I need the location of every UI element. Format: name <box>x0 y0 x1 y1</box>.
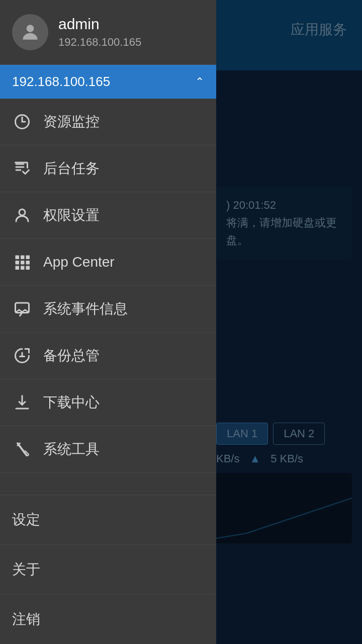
menu-label-background-tasks: 后台任务 <box>43 159 100 178</box>
menu-list: 资源监控 后台任务 权限设置 <box>0 99 216 495</box>
svg-rect-12 <box>16 266 20 270</box>
drawer-user-info: admin 192.168.100.165 <box>58 16 141 49</box>
menu-item-app-center[interactable]: App Center <box>0 239 216 286</box>
menu-label-app-center: App Center <box>43 254 115 270</box>
server-selector[interactable]: 192.168.100.165 ⌃ <box>0 65 216 99</box>
backup-icon <box>12 346 32 366</box>
menu-item-settings[interactable]: 设定 <box>0 495 216 545</box>
menu-item-backup[interactable]: 备份总管 <box>0 333 216 379</box>
svg-point-5 <box>19 209 25 215</box>
menu-item-system-tools[interactable]: 系统工具 <box>0 426 216 473</box>
menu-label-backup: 备份总管 <box>43 346 100 365</box>
menu-item-system-events[interactable]: 系统事件信息 <box>0 286 216 333</box>
drawer-username: admin <box>58 16 141 33</box>
menu-label-system-events: 系统事件信息 <box>43 299 128 318</box>
menu-item-about[interactable]: 关于 <box>0 545 216 595</box>
tools-icon <box>12 439 32 459</box>
tasks-icon <box>12 158 32 179</box>
drawer: admin 192.168.100.165 192.168.100.165 ⌃ … <box>0 0 216 644</box>
menu-label-download: 下载中心 <box>43 393 100 412</box>
svg-rect-10 <box>21 261 25 265</box>
svg-rect-14 <box>26 266 30 270</box>
server-selector-label: 192.168.100.165 <box>12 74 110 90</box>
svg-rect-11 <box>26 261 30 265</box>
menu-item-background-tasks[interactable]: 后台任务 <box>0 145 216 192</box>
svg-rect-7 <box>21 256 25 260</box>
menu-label-system-tools: 系统工具 <box>43 440 100 459</box>
svg-rect-13 <box>21 266 25 270</box>
message-icon <box>12 299 32 319</box>
clock-icon <box>12 112 32 132</box>
menu-item-permissions[interactable]: 权限设置 <box>0 192 216 239</box>
svg-point-0 <box>27 25 34 32</box>
apps-icon <box>12 252 32 272</box>
svg-rect-8 <box>26 256 30 260</box>
chevron-up-icon: ⌃ <box>195 75 204 89</box>
menu-item-logout[interactable]: 注销 <box>0 595 216 644</box>
avatar <box>12 14 48 50</box>
drawer-header: admin 192.168.100.165 <box>0 0 216 65</box>
svg-rect-9 <box>16 261 20 265</box>
user-icon <box>12 205 32 225</box>
menu-label-permissions: 权限设置 <box>43 206 100 225</box>
menu-item-resource-monitor[interactable]: 资源监控 <box>0 99 216 145</box>
menu-bottom: 设定 关于 注销 <box>0 495 216 644</box>
drawer-ip: 192.168.100.165 <box>58 36 141 49</box>
svg-rect-6 <box>16 256 20 260</box>
download-icon <box>12 392 32 413</box>
menu-label-resource-monitor: 资源监控 <box>43 112 100 131</box>
menu-item-download[interactable]: 下载中心 <box>0 379 216 426</box>
